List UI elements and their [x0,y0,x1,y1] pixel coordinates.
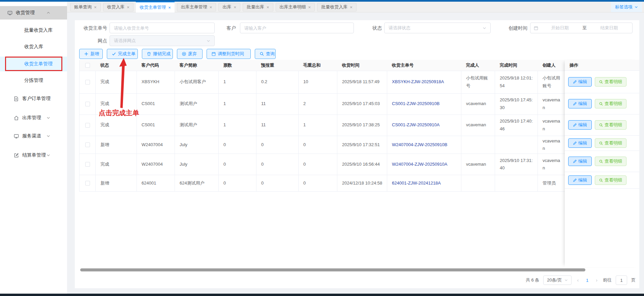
tab-outbound[interactable]: 出库× [218,3,240,11]
sidebar-item-batch-receive-inbound[interactable]: 批量收货入库 [0,23,67,38]
create-time-range-picker[interactable]: 开始日期 至 结束日期 [530,23,633,33]
close-icon[interactable]: × [168,5,171,10]
goto-label: 前往 [603,277,612,283]
filter-label-customer: 客户 [216,23,236,33]
prev-page-button[interactable]: ‹ [576,277,580,283]
filter-label-status: 状态 [362,23,382,33]
edit-button[interactable]: 编辑 [568,99,592,108]
sidebar-item-label: 分拣管理 [24,77,43,84]
edit-button[interactable]: 编辑 [568,157,592,166]
table-row: 完成 CS001 测试用户 1 11 1 2025/9/10 17:38:25 … [80,114,565,136]
page-number-1[interactable]: 1 [584,278,590,283]
master-no-link[interactable]: 624001-ZJW-20241218A [392,180,441,186]
select-all-checkbox[interactable] [85,63,90,68]
tag-options-button[interactable]: 标签选项 [611,2,642,12]
complete-master-button[interactable]: 完成主单 [107,49,138,59]
goto-page-input[interactable] [616,275,627,285]
plus-icon [84,52,88,56]
close-icon[interactable]: × [210,5,212,9]
edit-button[interactable]: 编辑 [568,77,592,87]
page-unit-label: 页 [631,277,636,283]
chevron-down-icon [483,26,486,30]
next-page-button[interactable]: › [594,277,599,283]
search-icon [599,123,603,127]
view-detail-button[interactable]: 查看明细 [595,77,626,87]
row-checkbox[interactable] [85,181,90,186]
view-detail-button[interactable]: 查看明细 [595,157,626,166]
search-button[interactable]: 查询 [255,49,276,59]
sidebar-item-receive-inbound[interactable]: 收货入库 [0,39,67,54]
pen-icon [573,123,577,127]
horizontal-scrollbar[interactable] [80,268,585,271]
chevron-down-icon [564,278,568,282]
search-icon [599,178,603,182]
sidebar-item-settlement-management[interactable]: 结算单管理 [0,148,67,163]
master-no-link[interactable]: CS001-ZJW-20250910B [392,101,439,106]
sidebar-item-label: 收货主单管理 [24,61,53,67]
end-date-placeholder[interactable]: 结束日期 [589,25,629,31]
view-detail-button[interactable]: 查看明细 [595,138,626,148]
start-date-placeholder[interactable]: 开始日期 [540,25,580,31]
master-no-input[interactable] [110,23,215,33]
view-detail-button[interactable]: 查看明细 [595,99,626,108]
tab-receive-inbound[interactable]: 收货入库× [103,3,134,11]
view-detail-button[interactable]: 查看明细 [595,120,626,130]
pen-icon [573,178,577,182]
close-icon[interactable]: × [308,5,311,9]
tab-outbound-master-management[interactable]: 出库主单管理× [177,3,216,11]
row-checkbox[interactable] [85,142,90,147]
tab-receive-master-management[interactable]: 收货主单管理× [136,2,175,12]
view-detail-button[interactable]: 查看明细 [595,175,626,185]
master-no-link[interactable]: XBSYKH-ZJW-20250918A [392,79,444,84]
sidebar-item-label: 收货入库 [24,44,43,50]
close-icon[interactable]: × [234,5,236,9]
sidebar-item-service-channel[interactable]: 服务渠道 [0,129,67,143]
filter-label-site: 网点 [75,35,107,46]
discard-button[interactable]: 废弃 [177,49,203,59]
sidebar-item-label: 结算单管理 [22,152,46,158]
tab-batch-outbound[interactable]: 批量出库× [243,3,273,11]
master-no-link[interactable]: W2407004-ZJW-20250910B [392,142,448,147]
close-icon[interactable]: × [94,5,97,9]
table-row: 新增 W2407004 July 0 0 0 2025/9/10 17:32:5… [80,136,565,154]
chevron-down-icon [47,134,50,138]
row-checkbox[interactable] [85,162,90,167]
sidebar-item-outbound-management[interactable]: 出库管理 [0,110,67,125]
row-checkbox[interactable] [85,123,90,128]
adjust-arrival-time-button[interactable]: 调整到货时间 [207,49,251,59]
row-checkbox[interactable] [85,80,90,85]
row-checkbox[interactable] [85,102,90,106]
undo-complete-button[interactable]: 撤销完成 [142,49,173,59]
sidebar-item-customer-order-management[interactable]: 客户订单管理 [0,91,67,106]
sidebar-item-label: 客户订单管理 [22,96,51,102]
tab-bill-query[interactable]: 账单查询× [70,3,101,11]
monitor-icon [7,10,12,15]
page-size-select[interactable]: 20条/页 [543,275,572,285]
trash-icon [147,52,151,56]
sidebar-item-label: 出库管理 [22,115,41,121]
close-icon[interactable]: × [350,5,352,9]
master-no-link[interactable]: W2407004-ZJW-20250910A [392,162,448,167]
close-icon[interactable]: × [127,5,130,9]
sidebar-item-receive-master-management[interactable]: 收货主单管理 [0,57,67,71]
edit-button[interactable]: 编辑 [568,175,592,185]
status-select[interactable]: 请选择状态 [384,23,491,33]
edit-button[interactable]: 编辑 [568,120,592,130]
chevron-down-icon [47,116,50,120]
row-actions: 编辑 查看明细 [565,114,639,136]
sidebar-item-label: 收货管理 [16,10,35,16]
filter-label-create-time: 创建时间 [504,23,527,33]
col-header-creator: 创建人 [538,60,565,71]
sidebar-item-sorting-management[interactable]: 分拣管理 [0,73,67,88]
close-icon[interactable]: × [267,5,269,9]
search-icon [599,102,603,106]
master-no-link[interactable]: CS001-ZJW-20250910A [392,122,439,127]
sidebar-item-receive-management[interactable]: 收货管理 [0,6,67,20]
edit-button[interactable]: 编辑 [568,138,592,148]
tab-batch-receive-inbound[interactable]: 批量收货入库× [317,3,357,11]
customer-input[interactable] [240,23,354,33]
add-button[interactable]: 新增 [79,49,103,59]
tab-outbound-master-detail[interactable]: 出库主单明细× [276,3,315,11]
col-header-operation: 操作 [565,60,639,71]
site-select[interactable]: 请选择网点 [110,35,215,46]
